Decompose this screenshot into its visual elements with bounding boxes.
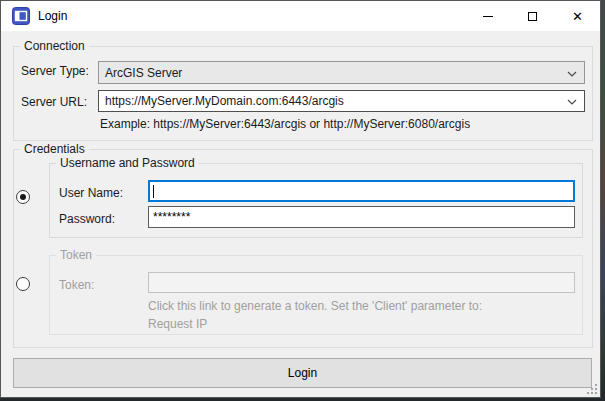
minimize-icon <box>483 16 493 17</box>
user-name-label: User Name: <box>59 186 123 200</box>
username-password-radio[interactable] <box>16 190 30 204</box>
token-radio[interactable] <box>16 277 30 291</box>
token-groupbox: Token <box>49 255 583 335</box>
server-url-example-text: Example: https://MyServer:6443/arcgis or… <box>100 117 470 131</box>
close-button[interactable]: ✕ <box>555 1 600 31</box>
login-button-label: Login <box>288 366 317 380</box>
credentials-group-title: Credentials <box>20 142 89 156</box>
password-input[interactable] <box>148 206 575 228</box>
window-title: Login <box>38 1 67 31</box>
connection-group-title: Connection <box>20 39 89 53</box>
maximize-button[interactable] <box>510 1 555 31</box>
server-url-value: https://MyServer.MyDomain.com:6443/arcgi… <box>105 94 344 108</box>
app-icon <box>12 7 30 25</box>
radio-dot <box>20 194 26 200</box>
server-type-label: Server Type: <box>21 64 89 78</box>
server-type-dropdown[interactable]: ArcGIS Server <box>98 61 585 84</box>
server-url-combobox[interactable]: https://MyServer.MyDomain.com:6443/arcgi… <box>98 90 585 112</box>
maximize-icon <box>528 12 537 21</box>
text-caret <box>153 185 154 198</box>
login-button[interactable]: Login <box>13 358 592 388</box>
username-password-group-title: Username and Password <box>56 156 199 170</box>
password-label: Password: <box>59 212 115 226</box>
minimize-button[interactable] <box>465 1 510 31</box>
resize-grip-icon[interactable] <box>584 381 597 394</box>
login-dialog: Login ✕ Connection Server Type: ArcGIS S… <box>0 0 601 398</box>
close-icon: ✕ <box>572 10 583 23</box>
request-ip-link: Request IP <box>148 317 207 331</box>
chevron-down-icon <box>567 99 577 105</box>
token-group-title: Token <box>56 248 96 262</box>
token-label: Token: <box>59 278 94 292</box>
server-type-value: ArcGIS Server <box>105 66 182 80</box>
token-input <box>148 272 575 293</box>
chevron-down-icon <box>567 71 577 77</box>
titlebar[interactable]: Login ✕ <box>1 1 600 31</box>
user-name-input[interactable] <box>148 180 575 202</box>
server-url-label: Server URL: <box>21 95 87 109</box>
token-hint-text: Click this link to generate a token. Set… <box>148 299 482 313</box>
